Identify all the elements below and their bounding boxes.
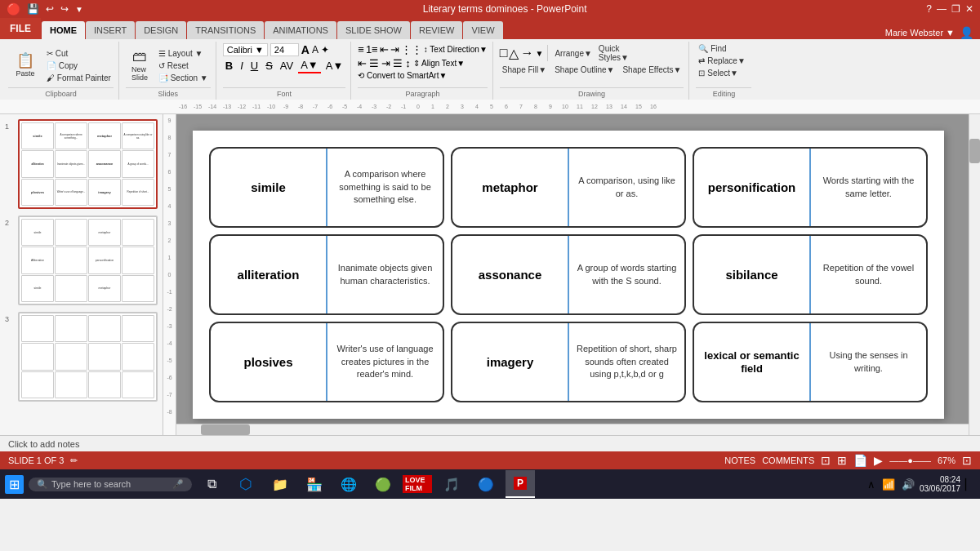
- text-highlight-btn[interactable]: A▼: [323, 59, 346, 73]
- quick-access-undo[interactable]: ↩: [46, 3, 54, 15]
- tab-slideshow[interactable]: SLIDE SHOW: [337, 21, 410, 39]
- domino-card-4[interactable]: alliteration Inanimate objects given hum…: [209, 234, 444, 315]
- section-button[interactable]: 📑 Section ▼: [156, 73, 211, 83]
- fit-slide-btn[interactable]: ⊡: [962, 454, 972, 467]
- font-family-select[interactable]: Calibri ▼: [223, 43, 268, 56]
- format-painter-button[interactable]: 🖌 Format Painter: [44, 73, 114, 83]
- taskbar-search[interactable]: 🔍 Type here to search 🎤: [29, 478, 192, 491]
- bullets-btn[interactable]: ≡: [358, 43, 364, 56]
- strikethrough-btn[interactable]: S: [263, 59, 275, 73]
- italic-btn[interactable]: I: [238, 59, 246, 73]
- slide-view-reading-btn[interactable]: 📄: [853, 454, 867, 467]
- shape-outline-button[interactable]: Shape Outline▼: [552, 64, 617, 75]
- domino-card-6[interactable]: sibilance Repetition of the vowel sound.: [693, 234, 928, 315]
- tab-view[interactable]: VIEW: [463, 21, 502, 39]
- slide-item-3[interactable]: 3: [5, 312, 158, 402]
- horizontal-scrollbar[interactable]: [176, 424, 969, 435]
- new-slide-button[interactable]: 🗃 NewSlide: [126, 47, 154, 83]
- taskbar-edge-browser[interactable]: ⬡: [231, 470, 261, 498]
- cut-button[interactable]: ✂ Cut: [44, 48, 114, 59]
- font-color-btn[interactable]: A▼: [298, 58, 321, 73]
- taskbar-music-app[interactable]: 🎵: [437, 470, 466, 498]
- quick-styles-button[interactable]: QuickStyles▼: [596, 43, 631, 63]
- start-button[interactable]: ⊞: [5, 475, 24, 494]
- clear-format-btn[interactable]: ✦: [321, 44, 329, 56]
- notes-bar[interactable]: Click to add notes: [0, 435, 980, 451]
- increase-indent-btn[interactable]: ⇥: [390, 43, 399, 56]
- slide-view-normal-btn[interactable]: ⊡: [821, 454, 831, 467]
- tab-animations[interactable]: ANIMATIONS: [265, 21, 336, 39]
- tray-arrow[interactable]: ∧: [866, 477, 877, 492]
- font-increase-btn[interactable]: A: [301, 43, 310, 56]
- justify-btn[interactable]: ☰: [393, 57, 403, 69]
- convert-smartart-btn[interactable]: ⟲ Convert to SmartArt▼: [358, 71, 447, 80]
- slide-view-grid-btn[interactable]: ⊞: [837, 454, 847, 467]
- taskbar-powerpoint[interactable]: P: [506, 470, 535, 498]
- comments-btn[interactable]: COMMENTS: [762, 455, 814, 465]
- align-left-btn[interactable]: ⇤: [358, 57, 367, 69]
- replace-button[interactable]: ⇄ Replace▼: [696, 56, 747, 66]
- shape-rect-icon[interactable]: □: [500, 46, 508, 60]
- slide-content-area[interactable]: 98765 43210 -1-2-3-4-5 -6-7-8 simile A c…: [163, 114, 980, 435]
- file-tab[interactable]: FILE: [0, 18, 41, 39]
- slide-item-2[interactable]: 2 simile metaphor Alliterative personifi…: [5, 216, 158, 305]
- tab-review[interactable]: REVIEW: [411, 21, 462, 39]
- notes-btn[interactable]: NOTES: [724, 455, 755, 465]
- tray-volume[interactable]: 🔊: [900, 477, 916, 492]
- domino-card-1[interactable]: simile A comparison where something is s…: [209, 147, 444, 228]
- domino-card-7[interactable]: plosives Writer's use of language create…: [209, 322, 444, 402]
- bold-btn[interactable]: B: [223, 59, 235, 73]
- domino-card-8[interactable]: imagery Repetition of short, sharp sound…: [451, 322, 686, 402]
- char-spacing-btn[interactable]: AV: [278, 59, 296, 73]
- close-button[interactable]: ✕: [965, 3, 973, 15]
- line-spacing-btn[interactable]: ↕: [405, 57, 411, 69]
- numbering-btn[interactable]: 1≡: [366, 43, 378, 56]
- tray-network[interactable]: 📶: [880, 477, 897, 492]
- taskbar-app6[interactable]: 🟢: [368, 470, 398, 498]
- tab-home[interactable]: HOME: [42, 21, 85, 39]
- domino-card-5[interactable]: assonance A group of words starting with…: [451, 234, 686, 315]
- slide-canvas[interactable]: simile A comparison where something is s…: [193, 131, 944, 419]
- decrease-indent-btn[interactable]: ⇤: [380, 43, 389, 56]
- layout-button[interactable]: ☰ Layout ▼: [156, 48, 211, 59]
- shape-more-btn[interactable]: ▼: [535, 49, 543, 58]
- slide-edit-icon[interactable]: ✏: [70, 455, 78, 466]
- paste-button[interactable]: 📋 Paste: [8, 51, 42, 79]
- taskbar-task-view[interactable]: ⧉: [197, 470, 226, 498]
- font-decrease-btn[interactable]: A: [312, 44, 318, 56]
- vertical-scrollbar[interactable]: [969, 114, 980, 435]
- slide-thumbnail-1[interactable]: simile A comparison where something... m…: [18, 119, 158, 209]
- zoom-slider[interactable]: ——●——: [889, 455, 931, 465]
- taskbar-ie-browser[interactable]: 🌐: [334, 470, 363, 498]
- quick-access-save[interactable]: 💾: [27, 3, 39, 15]
- slide-thumbnail-2[interactable]: simile metaphor Alliterative personifica…: [18, 216, 158, 305]
- domino-card-2[interactable]: metaphor A comparison, using like or as.: [451, 147, 686, 228]
- show-desktop-btn[interactable]: ▏: [964, 477, 975, 492]
- shape-tri-icon[interactable]: △: [509, 46, 519, 61]
- shape-effects-button[interactable]: Shape Effects▼: [620, 64, 684, 75]
- taskbar-clock[interactable]: 08:24 03/06/2017: [920, 475, 960, 493]
- quick-access-more[interactable]: ▼: [75, 5, 83, 14]
- tab-transitions[interactable]: TRANSITIONS: [187, 21, 264, 39]
- arrange-button[interactable]: Arrange▼: [552, 48, 594, 59]
- slide-thumbnail-3[interactable]: [18, 312, 158, 402]
- reset-button[interactable]: ↺ Reset: [156, 60, 211, 71]
- slide-item-1[interactable]: 1 simile A comparison where something...…: [5, 119, 158, 209]
- minimize-button[interactable]: —: [937, 3, 947, 15]
- taskbar-chrome-browser[interactable]: 🔵: [471, 470, 501, 498]
- underline-btn[interactable]: U: [248, 59, 261, 73]
- align-center-btn[interactable]: ☰: [369, 57, 379, 69]
- tab-design[interactable]: DESIGN: [136, 21, 186, 39]
- select-button[interactable]: ⊡ Select▼: [696, 68, 740, 78]
- restore-button[interactable]: ❐: [951, 3, 960, 15]
- columns-btn[interactable]: ⋮⋮: [401, 43, 422, 56]
- share-icon[interactable]: 👤: [960, 26, 973, 39]
- text-direction-btn[interactable]: ↕ Text Direction▼: [424, 45, 488, 54]
- slide-view-present-btn[interactable]: ▶: [874, 454, 883, 467]
- quick-access-redo[interactable]: ↪: [60, 3, 69, 15]
- align-right-btn[interactable]: ⇥: [381, 57, 390, 69]
- find-button[interactable]: 🔍 Find: [696, 43, 728, 54]
- help-button[interactable]: ?: [926, 3, 932, 15]
- taskbar-file-explorer[interactable]: 📁: [265, 470, 295, 498]
- shape-fill-button[interactable]: Shape Fill▼: [500, 64, 549, 75]
